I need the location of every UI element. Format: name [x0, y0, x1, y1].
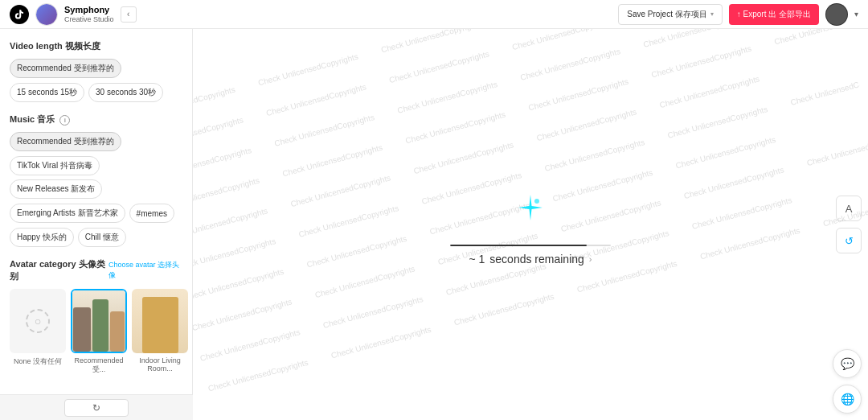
loading-container: ~ 1 seconds remaining ›	[450, 183, 611, 266]
music-title: Music 音乐 i	[10, 113, 182, 126]
person-group-avatar	[72, 290, 125, 352]
chip-15s[interactable]: 15 seconds 15秒	[10, 83, 84, 102]
wm-row-2: Check UnlicensedCopyrights Check Unlicen…	[193, 29, 828, 150]
tiktok-logo	[10, 5, 29, 24]
avatar-card-none[interactable]: ○ None 没有任何	[10, 289, 66, 375]
avatar-card-recommended[interactable]: Recommended 受...	[71, 289, 127, 375]
avatar-label-none: None 没有任何	[14, 356, 62, 367]
remaining-prefix: ~ 1	[469, 253, 485, 266]
avatar-label-recommended: Recommended 受...	[71, 356, 127, 375]
avatar-card-indoor[interactable]: Indoor Living Room...	[132, 289, 188, 375]
music-chips-1: Recommended 受到推荐的	[10, 132, 182, 151]
avatar-img-none: ○	[10, 289, 66, 353]
video-length-chips: Recommended 受到推荐的	[10, 59, 182, 78]
chip-recommended-video[interactable]: Recommended 受到推荐的	[10, 59, 121, 78]
avatar-label-indoor: Indoor Living Room...	[132, 356, 188, 373]
music-info-icon: i	[59, 115, 70, 126]
bottom-right-toolbar: 💬 🌐	[826, 343, 868, 420]
chat-icon: 💬	[841, 357, 854, 370]
choose-avatar-link[interactable]: Choose avatar 选择头像	[108, 260, 182, 281]
export-button[interactable]: ↑ Export 出 全部导出	[729, 4, 819, 25]
dash-circle: ○	[26, 309, 50, 333]
video-length-title: Video length 视频长度	[10, 40, 182, 52]
brand-info: Symphony Creative Studio	[64, 5, 114, 23]
brand-name: Symphony	[64, 5, 114, 15]
spinner-wrapper	[506, 183, 555, 232]
avatar-category-section: Avatar category 头像类别 Choose avatar 选择头像 …	[10, 258, 182, 375]
avatar-category-title: Avatar category 头像类别	[10, 258, 108, 282]
avatar-img-recommended	[71, 289, 127, 353]
save-label: Save Project 保存项目	[627, 9, 706, 20]
chip-chill[interactable]: Chill 惬意	[78, 228, 126, 247]
person-2	[92, 299, 108, 352]
translate-button[interactable]: A	[836, 196, 862, 221]
collapse-button[interactable]: ‹	[121, 6, 137, 23]
person-single-avatar	[132, 289, 188, 353]
progress-section: ~ 1 seconds remaining ›	[450, 245, 611, 266]
user-avatar	[826, 4, 847, 25]
user-avatar-button[interactable]	[825, 3, 848, 26]
person-3	[110, 311, 125, 352]
globe-refresh-icon: ↺	[845, 235, 854, 247]
progress-bar-fill	[450, 245, 587, 246]
wm-row-1: Check UnlicensedCopyrights Check Unlicen…	[193, 29, 820, 120]
sidebar: Video length 视频长度 Recommended 受到推荐的 15 s…	[0, 29, 193, 420]
avatar-img-indoor	[132, 289, 188, 353]
save-dropdown-arrow: ▾	[710, 10, 714, 18]
header-right: Save Project 保存项目 ▾ ↑ Export 出 全部导出 ▾	[618, 3, 858, 26]
music-section: Music 音乐 i Recommended 受到推荐的 TikTok Vira…	[10, 113, 182, 247]
svg-point-0	[534, 199, 539, 204]
brand-subtitle: Creative Studio	[64, 15, 114, 23]
chip-30s[interactable]: 30 seconds 30秒	[88, 83, 163, 102]
video-length-section: Video length 视频长度 Recommended 受到推荐的 15 s…	[10, 40, 182, 102]
person-1	[73, 307, 91, 352]
content-area: Check UnlicensedCopyrights Check Unlicen…	[193, 29, 868, 420]
translate-icon: A	[845, 203, 853, 215]
export-label: ↑ Export 出 全部导出	[737, 9, 811, 20]
main-layout: Video length 视频长度 Recommended 受到推荐的 15 s…	[0, 29, 868, 420]
none-icon: ○	[10, 289, 66, 353]
sparkle-icon	[514, 191, 547, 224]
chip-new-releases[interactable]: New Releases 新发布	[10, 179, 102, 199]
video-length-chips-2: 15 seconds 15秒 30 seconds 30秒	[10, 83, 182, 102]
chip-tiktok-viral[interactable]: TikTok Viral 抖音病毒	[10, 156, 100, 175]
header: Symphony Creative Studio ‹ Save Project …	[0, 0, 868, 29]
progress-bar-container	[450, 245, 611, 246]
avatar-grid: ○ None 没有任何 Recommend	[10, 289, 182, 375]
header-left: Symphony Creative Studio ‹	[10, 3, 137, 26]
refresh-tool-button[interactable]: ↺	[836, 228, 862, 253]
globe-icon: 🌐	[841, 393, 854, 406]
chip-happy[interactable]: Happy 快乐的	[10, 228, 74, 247]
brand-logo	[35, 3, 58, 26]
sidebar-refresh-button[interactable]: ↻	[64, 399, 129, 417]
chip-memes[interactable]: #memes	[129, 204, 174, 223]
music-chips-4: Happy 快乐的 Chill 惬意	[10, 228, 182, 247]
chat-button[interactable]: 💬	[833, 349, 862, 378]
music-chips-2: TikTok Viral 抖音病毒 New Releases 新发布	[10, 156, 182, 199]
save-project-button[interactable]: Save Project 保存项目 ▾	[618, 4, 722, 25]
chip-recommended-music[interactable]: Recommended 受到推荐的	[10, 132, 121, 151]
chip-emerging-artists[interactable]: Emerging Artists 新晋艺术家	[10, 204, 125, 223]
right-toolbar: A ↺	[829, 189, 868, 260]
remaining-text: ~ 1 seconds remaining ›	[469, 253, 592, 266]
person-single-figure	[142, 297, 178, 353]
global-button[interactable]: 🌐	[833, 385, 862, 414]
remaining-arrow: ›	[589, 254, 592, 264]
user-menu-arrow[interactable]: ▾	[854, 10, 858, 19]
music-chips-3: Emerging Artists 新晋艺术家 #memes	[10, 204, 182, 223]
sidebar-bottom-bar: ↻	[0, 394, 193, 420]
wm-row-3: Check UnlicensedCopyrights Check Unlicen…	[193, 29, 836, 181]
seconds-remaining-label: seconds remaining	[489, 253, 584, 266]
